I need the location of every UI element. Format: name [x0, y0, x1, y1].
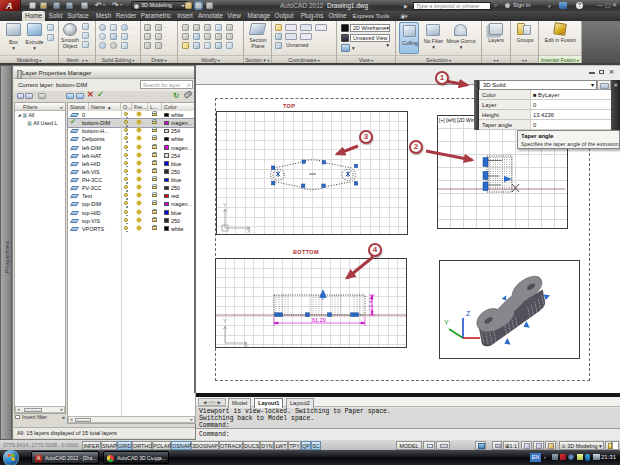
svg-text:Y: Y [223, 202, 227, 208]
svg-text:13.43: 13.43 [368, 297, 374, 311]
svg-text:Z: Z [466, 310, 471, 317]
svg-text:Y: Y [444, 319, 449, 326]
svg-text:61.29: 61.29 [312, 317, 326, 323]
svg-text:Y: Y [223, 318, 227, 324]
svg-text:X: X [244, 343, 248, 347]
svg-text:X: X [247, 228, 251, 234]
